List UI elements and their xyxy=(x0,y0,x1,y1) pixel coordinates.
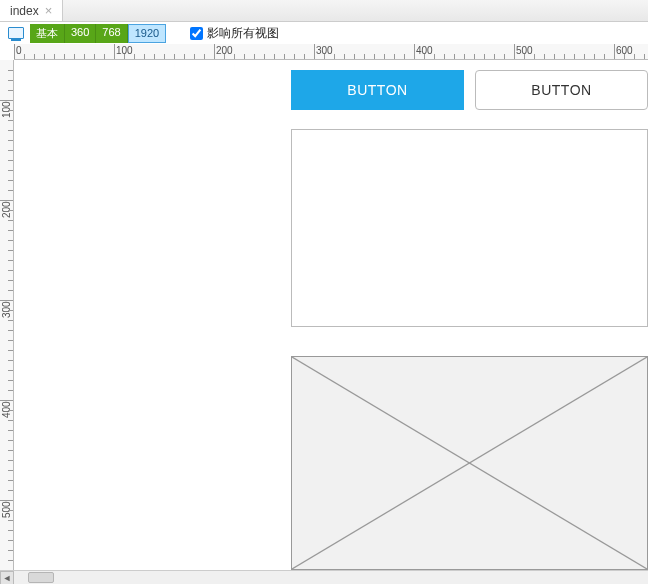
ruler-vertical: 100200300400500 xyxy=(0,60,14,570)
breakpoint-base[interactable]: 基本 xyxy=(30,24,65,43)
scroll-left-button[interactable]: ◄ xyxy=(0,571,14,585)
panel-widget[interactable] xyxy=(291,129,648,327)
affect-all-views[interactable]: 影响所有视图 xyxy=(190,25,279,42)
tab-index[interactable]: index × xyxy=(0,0,63,21)
scroll-track[interactable] xyxy=(14,571,648,584)
breakpoint-group: 基本 360 768 1920 xyxy=(30,24,166,43)
close-icon[interactable]: × xyxy=(45,3,53,18)
affect-all-checkbox[interactable] xyxy=(190,27,203,40)
affect-all-label: 影响所有视图 xyxy=(207,25,279,42)
device-icon[interactable] xyxy=(8,27,24,39)
image-placeholder-widget[interactable] xyxy=(291,356,648,570)
tab-title: index xyxy=(10,4,39,18)
ruler-horizontal: 0100200300400500600 xyxy=(14,44,648,60)
primary-button-widget[interactable]: BUTTON xyxy=(291,70,464,110)
tab-bar: index × xyxy=(0,0,648,22)
breakpoint-360[interactable]: 360 xyxy=(65,24,96,43)
design-canvas[interactable]: BUTTON BUTTON xyxy=(14,60,648,570)
toolbar: 基本 360 768 1920 影响所有视图 xyxy=(0,22,648,44)
button-label: BUTTON xyxy=(347,82,407,98)
scroll-thumb[interactable] xyxy=(28,572,54,583)
breakpoint-1920[interactable]: 1920 xyxy=(128,24,166,43)
horizontal-scrollbar[interactable]: ◄ xyxy=(0,570,648,584)
breakpoint-768[interactable]: 768 xyxy=(96,24,127,43)
outline-button-widget[interactable]: BUTTON xyxy=(475,70,648,110)
button-label: BUTTON xyxy=(531,82,591,98)
